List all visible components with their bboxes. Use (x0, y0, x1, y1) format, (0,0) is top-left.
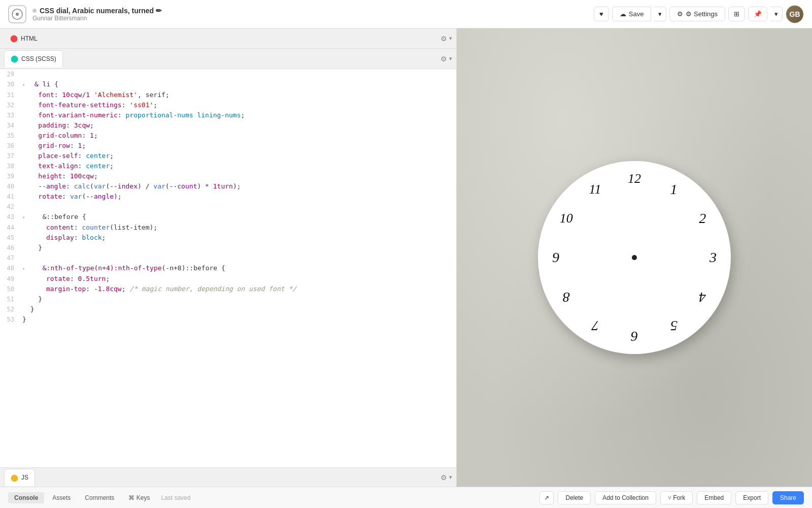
main-area: ⬤ HTML ⚙ ▾ ⬤ CSS (SCSS) ⚙ ▾ 29 30▾ & li … (0, 28, 812, 487)
html-icon: ⬤ (10, 35, 18, 42)
line-content: --angle: calc(var(--index) / var(--count… (20, 181, 456, 192)
line-content: height: 100cqw; (20, 171, 456, 181)
line-number: 33 (0, 110, 20, 120)
line-number: 41 (0, 192, 20, 202)
line-content (20, 253, 456, 263)
preview-panel: 121234567891011 (457, 28, 812, 487)
clock-number: 9 (546, 247, 566, 268)
line-content: content: counter(list-item); (20, 223, 456, 233)
code-line: 48▾ &:nth-of-type(n+4):nth-of-type(-n+8)… (0, 263, 456, 274)
topbar: CSS dial, Arabic numerals, turned ✏ Gunn… (0, 0, 812, 28)
heart-button[interactable]: ♥ (594, 7, 609, 21)
css-tab-bar: ⬤ CSS (SCSS) ⚙ ▾ (0, 49, 456, 69)
line-content: } (20, 314, 456, 325)
line-content: font-variant-numeric: proportional-nums … (20, 110, 456, 120)
tab-html[interactable]: ⬤ HTML (4, 30, 44, 47)
line-number: 51 (0, 294, 20, 304)
line-content: padding: 3cqw; (20, 120, 456, 131)
footer-actions: ↗ Delete Add to Collection ⑂ Fork Embed … (539, 491, 804, 504)
line-content: ▾ & li { (20, 79, 456, 90)
clock-number: 5 (664, 315, 684, 336)
line-content: display: block; (20, 233, 456, 243)
app-logo[interactable] (8, 5, 26, 23)
line-number: 29 (0, 69, 20, 79)
code-line: 33 font-variant-numeric: proportional-nu… (0, 110, 456, 120)
footer-tab-console[interactable]: Console (8, 492, 44, 503)
code-line: 45 display: block; (0, 233, 456, 243)
line-number: 42 (0, 202, 20, 212)
code-line: 31 font: 10cqw/1 'Alchemist', serif; (0, 90, 456, 100)
pin-button[interactable]: 📌 (748, 7, 767, 21)
title-area: CSS dial, Arabic numerals, turned ✏ Gunn… (32, 7, 594, 22)
export-button[interactable]: Export (735, 491, 768, 504)
code-line: 44 content: counter(list-item); (0, 223, 456, 233)
footer-tab-assets[interactable]: Assets (46, 492, 77, 503)
fold-arrow[interactable]: ▾ (22, 215, 25, 220)
tab-js-label: JS (21, 474, 28, 481)
clock-number: 6 (624, 326, 645, 346)
layout-button[interactable]: ⊞ (728, 7, 745, 21)
js-chevron-btn[interactable]: ▾ (449, 474, 452, 481)
line-number: 30 (0, 79, 20, 90)
code-line: 36 grid-row: 1; (0, 141, 456, 151)
external-link-btn[interactable]: ↗ (539, 491, 554, 504)
code-line: 39 height: 100cqw; (0, 171, 456, 181)
js-icon: ⬤ (11, 474, 18, 482)
page-title: CSS dial, Arabic numerals, turned ✏ (32, 7, 594, 15)
footer-tab-comments[interactable]: Comments (79, 492, 120, 503)
line-content: rotate: var(--angle); (20, 192, 456, 202)
line-number: 38 (0, 161, 20, 171)
line-content: rotate: 0.5turn; (20, 274, 456, 284)
code-line: 41 rotate: var(--angle); (0, 192, 456, 202)
html-tab-actions: ⚙ ▾ (441, 35, 452, 43)
save-status: Last saved (161, 494, 190, 501)
add-to-collection-button[interactable]: Add to Collection (595, 491, 656, 504)
fork-button[interactable]: ⑂ Fork (660, 491, 693, 504)
line-content: ▾ &::before { (20, 212, 456, 223)
line-number: 44 (0, 223, 20, 233)
code-editor[interactable]: 29 30▾ & li {31 font: 10cqw/1 'Alchemist… (0, 69, 456, 467)
css-settings-btn[interactable]: ⚙ (441, 55, 447, 63)
tab-css[interactable]: ⬤ CSS (SCSS) (4, 50, 63, 68)
pin-dropdown-button[interactable]: ▾ (770, 7, 783, 21)
settings-button[interactable]: ⚙ ⚙ Settings (669, 7, 725, 21)
tab-js[interactable]: ⬤ JS (4, 469, 35, 486)
line-content: } (20, 294, 456, 304)
editor-panel: ⬤ HTML ⚙ ▾ ⬤ CSS (SCSS) ⚙ ▾ 29 30▾ & li … (0, 28, 457, 487)
js-tab-bar: ⬤ JS ⚙ ▾ (0, 467, 456, 487)
footer-tabs: Console Assets Comments ⌘ Keys (8, 492, 156, 503)
fold-arrow[interactable]: ▾ (22, 82, 25, 87)
delete-button[interactable]: Delete (558, 491, 591, 504)
author-name: Gunnar Bittersmann (32, 15, 594, 22)
code-line: 50 margin-top: -1.8cqw; /* magic number,… (0, 284, 456, 294)
code-line: 32 font-feature-settings: 'ss01'; (0, 100, 456, 110)
embed-button[interactable]: Embed (697, 491, 731, 504)
js-settings-btn[interactable]: ⚙ (441, 473, 447, 482)
code-line: 37 place-self: center; (0, 151, 456, 161)
save-dropdown-button[interactable]: ▾ (654, 7, 666, 21)
clock-number: 8 (556, 287, 577, 307)
css-chevron-btn[interactable]: ▾ (449, 55, 452, 62)
line-number: 48 (0, 263, 20, 274)
line-content: } (20, 304, 456, 314)
line-content (20, 202, 456, 212)
line-content: grid-column: 1; (20, 131, 456, 141)
html-settings-btn[interactable]: ⚙ (441, 35, 447, 43)
save-button[interactable]: ☁ Save (612, 7, 652, 21)
html-tab-bar: ⬤ HTML ⚙ ▾ (0, 28, 456, 49)
line-content: ▾ &:nth-of-type(n+4):nth-of-type(-n+8)::… (20, 263, 456, 274)
footer-bar: Console Assets Comments ⌘ Keys Last save… (0, 487, 812, 508)
fold-arrow[interactable]: ▾ (22, 266, 25, 271)
clock-number: 12 (624, 169, 645, 189)
code-line: 49 rotate: 0.5turn; (0, 274, 456, 284)
tab-css-label: CSS (SCSS) (21, 55, 56, 62)
line-number: 47 (0, 253, 20, 263)
code-line: 52 } (0, 304, 456, 314)
line-number: 32 (0, 100, 20, 110)
html-chevron-btn[interactable]: ▾ (449, 35, 452, 42)
share-button[interactable]: Share (772, 491, 804, 504)
footer-tab-keys[interactable]: ⌘ Keys (122, 492, 156, 503)
line-content: grid-row: 1; (20, 141, 456, 151)
avatar-button[interactable]: GB (786, 5, 804, 23)
line-number: 52 (0, 304, 20, 314)
